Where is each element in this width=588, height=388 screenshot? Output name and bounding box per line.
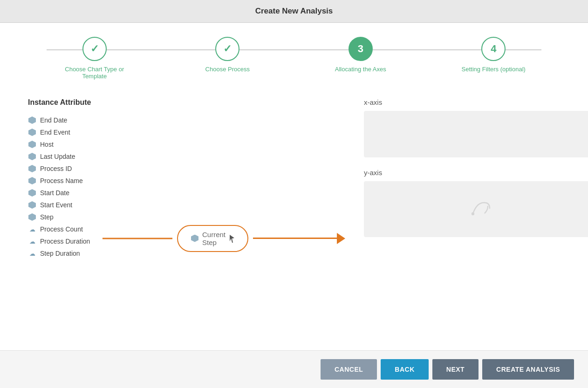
cube-icon xyxy=(28,189,36,197)
y-axis-label: y-axis xyxy=(364,169,588,177)
cube-icon xyxy=(28,128,36,136)
attr-name: Process Duration xyxy=(40,238,90,245)
step-4-circle: 4 xyxy=(481,37,506,61)
step-2-check: ✓ xyxy=(223,43,232,55)
list-item[interactable]: ☁ Step Duration xyxy=(28,249,158,258)
cube-icon xyxy=(28,152,36,161)
step-2-circle: ✓ xyxy=(215,37,239,61)
dialog: Create New Analysis ✓ Choose Chart Type … xyxy=(0,0,588,388)
attr-name: Host xyxy=(40,141,54,148)
list-item[interactable]: Process ID xyxy=(28,164,158,173)
step-3-circle: 3 xyxy=(349,37,373,61)
step-4-label: Setting Filters (optional) xyxy=(462,66,526,73)
dialog-title: Create New Analysis xyxy=(255,7,333,15)
attr-name: Process Name xyxy=(40,177,83,184)
cloud-icon: ☁ xyxy=(28,249,36,258)
step-1-check: ✓ xyxy=(90,43,99,55)
list-item[interactable]: Last Update xyxy=(28,152,158,161)
x-axis-label: x-axis xyxy=(364,98,588,106)
step-4-number: 4 xyxy=(491,43,496,55)
step-3[interactable]: 3 Allocating the Axes xyxy=(294,37,427,73)
step-1-label: Choose Chart Type or Template xyxy=(60,66,130,80)
back-button[interactable]: BACK xyxy=(381,359,428,380)
cube-icon xyxy=(28,213,36,221)
list-item[interactable]: ☁ Process Count xyxy=(28,225,158,233)
y-axis-drop-zone[interactable] xyxy=(364,181,588,237)
step-2-label: Choose Process xyxy=(205,66,250,73)
step-3-number: 3 xyxy=(358,43,363,55)
cube-icon xyxy=(28,140,36,149)
create-analysis-button[interactable]: CREATE ANALYSIS xyxy=(482,359,574,380)
instance-attribute-title: Instance Attribute xyxy=(28,98,158,107)
list-item[interactable]: Host xyxy=(28,140,158,149)
attr-name: Process ID xyxy=(40,165,72,172)
attr-name: Step Duration xyxy=(40,250,80,257)
cube-icon xyxy=(191,235,198,242)
attribute-list: End Date End Event Host Last Update xyxy=(28,116,158,258)
drag-arrow xyxy=(253,233,345,244)
stepper: ✓ Choose Chart Type or Template ✓ Choose… xyxy=(0,23,588,89)
drag-demonstration: Current Step xyxy=(177,225,345,252)
list-item[interactable]: Start Event xyxy=(28,201,158,209)
attr-name: End Date xyxy=(40,116,67,124)
x-axis-drop-zone[interactable] xyxy=(364,111,588,157)
attr-name: Start Event xyxy=(40,201,72,209)
attr-name: End Event xyxy=(40,129,70,136)
cloud-icon: ☁ xyxy=(28,237,36,245)
cube-icon xyxy=(28,164,36,173)
main-content: Instance Attribute End Date End Event Ho… xyxy=(0,89,588,350)
x-axis-section: x-axis xyxy=(364,98,588,157)
attr-name: Start Date xyxy=(40,189,69,197)
footer: CANCEL BACK NEXT CREATE ANALYSIS xyxy=(0,350,588,388)
arrow-left-line xyxy=(103,238,172,239)
cube-icon xyxy=(28,116,36,124)
arrow-head xyxy=(337,233,345,244)
current-step-pill-label: Current Step xyxy=(202,231,226,246)
list-item[interactable]: Start Date xyxy=(28,189,158,197)
list-item[interactable]: Step xyxy=(28,213,158,221)
attr-name: Step xyxy=(40,213,54,221)
list-item[interactable]: End Event xyxy=(28,128,158,136)
loading-arc-icon xyxy=(469,199,492,219)
right-panel: x-axis y-axis xyxy=(364,98,588,341)
attr-name: Last Update xyxy=(40,153,75,160)
step-2[interactable]: ✓ Choose Process xyxy=(161,37,294,73)
attr-name: Process Count xyxy=(40,225,83,233)
cancel-button[interactable]: CANCEL xyxy=(321,359,377,380)
step-1-circle: ✓ xyxy=(82,37,107,61)
list-item[interactable]: End Date xyxy=(28,116,158,124)
left-panel: Instance Attribute End Date End Event Ho… xyxy=(28,98,158,341)
cursor-indicator xyxy=(230,235,234,242)
next-button[interactable]: NEXT xyxy=(432,359,479,380)
step-3-label: Allocating the Axes xyxy=(335,66,386,73)
cloud-icon: ☁ xyxy=(28,225,36,233)
step-4[interactable]: 4 Setting Filters (optional) xyxy=(427,37,561,73)
drag-demo-area: Current Step xyxy=(177,98,345,341)
arrow-shaft xyxy=(253,238,337,239)
list-item[interactable]: Process Name xyxy=(28,177,158,185)
dialog-header: Create New Analysis xyxy=(0,0,588,23)
y-axis-section: y-axis xyxy=(364,169,588,237)
svg-point-1 xyxy=(472,212,474,215)
svg-marker-0 xyxy=(230,235,234,243)
step-1[interactable]: ✓ Choose Chart Type or Template xyxy=(28,37,161,80)
cube-icon xyxy=(28,177,36,185)
cube-icon xyxy=(28,201,36,209)
